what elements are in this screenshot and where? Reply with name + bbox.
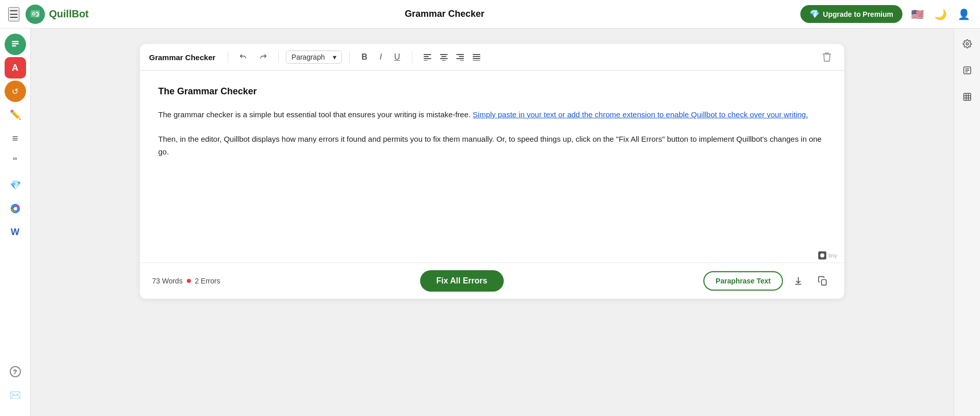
editor-toolbar: Grammar Checker Paragraph — [140, 44, 844, 71]
chevron-down-icon: ▾ — [333, 53, 336, 61]
logo-text: QuillBot — [49, 8, 89, 20]
svg-rect-14 — [440, 58, 448, 59]
redo-button[interactable] — [256, 49, 271, 65]
bold-icon: B — [361, 53, 368, 62]
svg-rect-4 — [12, 43, 18, 45]
undo-button[interactable] — [235, 49, 251, 65]
quote-icon: " — [13, 155, 17, 168]
sidebar-item-flow[interactable]: ≡ — [5, 127, 26, 149]
top-nav: ☰ QuillBot Grammar Checker 💎 Upgrade to … — [0, 0, 980, 29]
chrome-icon — [10, 203, 21, 214]
paragraph-select[interactable]: Paragraph ▾ — [286, 50, 342, 64]
quillbot-logo-svg — [29, 8, 41, 20]
editor-paragraph-2: Then, in the editor, Quillbot displays h… — [158, 133, 826, 159]
italic-button[interactable]: I — [373, 49, 388, 65]
language-flag[interactable]: 🇺🇸 — [910, 7, 925, 22]
editor-heading: The Grammar Checker — [158, 86, 826, 97]
settings-icon — [963, 39, 972, 48]
tiny-brand: tiny — [140, 249, 844, 263]
align-right-button[interactable] — [452, 49, 468, 65]
mail-icon: ✉️ — [10, 389, 21, 401]
word-count: 73 Words — [152, 277, 183, 285]
sidebar-item-help[interactable]: ? — [5, 361, 26, 382]
svg-point-24 — [820, 253, 824, 257]
sidebar-item-quote[interactable]: " — [5, 151, 26, 172]
svg-rect-20 — [473, 54, 480, 55]
align-right-icon — [456, 54, 464, 61]
toolbar-divider-1 — [228, 51, 228, 63]
sidebar-item-premium[interactable]: 💎 — [5, 174, 26, 196]
delete-button[interactable] — [819, 49, 835, 65]
paraphrase-text-button[interactable]: Paraphrase Text — [703, 271, 783, 291]
sidebar-item-feedback[interactable]: ✉️ — [5, 384, 26, 406]
svg-rect-8 — [424, 54, 431, 55]
align-left-button[interactable] — [420, 49, 435, 65]
editor-link[interactable]: Simply paste in your text or add the chr… — [473, 110, 808, 119]
align-justify-button[interactable] — [469, 49, 484, 65]
body-layout: A ↺ ✏️ ≡ " 💎 W — [0, 29, 980, 416]
table-button[interactable] — [958, 88, 976, 106]
footer-right: Paraphrase Text — [703, 271, 832, 291]
error-dot-icon — [187, 279, 191, 283]
flow-icon: ≡ — [12, 133, 18, 143]
hamburger-menu[interactable]: ☰ — [8, 7, 19, 21]
editor-title: Grammar Checker — [149, 53, 215, 62]
fix-all-button[interactable]: Fix All Errors — [420, 270, 504, 292]
sidebar-item-paraphrase[interactable]: ↺ — [5, 81, 26, 102]
pen-icon: ✏️ — [10, 109, 21, 120]
copy-button[interactable] — [814, 272, 832, 290]
paragraph-label: Paragraph — [291, 53, 325, 61]
trash-icon — [822, 52, 831, 62]
svg-rect-19 — [460, 60, 464, 61]
svg-rect-17 — [459, 56, 464, 57]
svg-rect-31 — [964, 93, 971, 100]
svg-rect-12 — [440, 54, 448, 55]
svg-point-2 — [33, 13, 35, 14]
notes-button[interactable] — [958, 61, 976, 80]
paragraph-1-text: The grammar checker is a simple but esse… — [158, 110, 473, 119]
svg-rect-23 — [473, 60, 480, 61]
profile-button[interactable]: 👤 — [955, 6, 972, 22]
left-sidebar: A ↺ ✏️ ≡ " 💎 W — [0, 29, 31, 416]
sidebar-bottom: ? ✉️ — [5, 361, 26, 411]
moon-icon: 🌙 — [934, 8, 947, 20]
upgrade-button[interactable]: 💎 Upgrade to Premium — [800, 5, 902, 23]
logo[interactable]: QuillBot — [26, 5, 89, 24]
svg-rect-13 — [441, 56, 446, 57]
undo-icon — [239, 53, 247, 61]
align-left-icon — [424, 54, 431, 61]
svg-rect-16 — [456, 54, 464, 55]
table-icon — [963, 92, 972, 101]
sidebar-item-grammar[interactable]: A — [5, 57, 26, 79]
svg-rect-18 — [456, 58, 464, 59]
toolbar-divider-2 — [278, 51, 279, 63]
svg-rect-11 — [424, 60, 428, 61]
dark-mode-button[interactable]: 🌙 — [932, 6, 948, 22]
right-sidebar — [953, 29, 980, 416]
grammar-icon: A — [12, 63, 18, 73]
sidebar-item-cowriter[interactable]: ✏️ — [5, 104, 26, 125]
tiny-icon — [818, 251, 826, 259]
main-content: Grammar Checker Paragraph — [31, 29, 953, 416]
toolbar-divider-3 — [349, 51, 350, 63]
user-icon: 👤 — [958, 8, 970, 20]
diamond-icon: 💎 — [810, 9, 820, 19]
upgrade-label: Upgrade to Premium — [823, 10, 893, 18]
align-center-button[interactable] — [436, 49, 451, 65]
download-button[interactable] — [789, 272, 807, 290]
align-center-icon — [440, 54, 448, 61]
tiny-label: tiny — [828, 252, 837, 258]
svg-rect-10 — [424, 58, 431, 59]
bold-button[interactable]: B — [357, 49, 372, 65]
svg-point-26 — [966, 43, 968, 45]
sidebar-item-summarizer[interactable] — [5, 34, 26, 55]
settings-button[interactable] — [958, 35, 976, 53]
sidebar-item-chrome[interactable] — [5, 198, 26, 219]
underline-button[interactable]: U — [389, 49, 405, 65]
sidebar-item-word[interactable]: W — [5, 221, 26, 243]
summarizer-icon — [10, 39, 20, 49]
editor-body[interactable]: The Grammar Checker The grammar checker … — [140, 71, 844, 249]
footer-center: Fix All Errors — [220, 270, 703, 292]
editor-paragraph-1: The grammar checker is a simple but esse… — [158, 108, 826, 121]
help-icon: ? — [10, 366, 21, 377]
